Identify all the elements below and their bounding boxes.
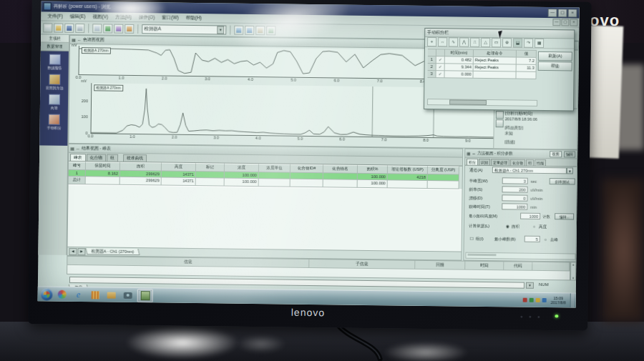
mi-tool-add-icon[interactable]: ⊕ (502, 38, 512, 47)
col-height[interactable]: 高度 (162, 162, 196, 172)
taskbar-clock[interactable]: 15:09 2017/8/8 (549, 296, 568, 305)
log-vscrollbar[interactable]: ▲ ▼ (570, 262, 576, 280)
channel-combo-arrow-icon[interactable]: ▼ (567, 167, 573, 174)
message-input-button[interactable]: ▼ (526, 282, 534, 289)
detector-select[interactable]: 检测器A ▼ (142, 24, 226, 34)
tab-integration[interactable]: 积分 (467, 159, 478, 165)
tab-compound[interactable]: 化合物 (87, 154, 107, 161)
check-icon[interactable]: ✓ (436, 71, 444, 78)
start-button[interactable] (41, 288, 53, 300)
print-icon[interactable] (75, 23, 84, 32)
tab-group[interactable]: 组 (107, 154, 118, 162)
properties-icon[interactable] (266, 26, 275, 35)
min-peaks-input[interactable]: 5 (525, 236, 540, 242)
tab-scroll-right-icon[interactable]: ▶ (77, 248, 85, 255)
menu-file[interactable]: 文件(F) (44, 13, 66, 19)
col-compound-id[interactable]: 化合物ID# (291, 164, 323, 174)
taskbar-camera-app[interactable] (121, 289, 135, 301)
log-col-subinfo[interactable]: 子信息 (309, 259, 415, 269)
taskbar-pinwheel-app[interactable] (55, 288, 69, 300)
log-col-code[interactable]: 代码 (504, 262, 532, 270)
taskbar-active-app[interactable] (137, 289, 153, 302)
tab-compound[interactable]: 化合物 (510, 159, 525, 165)
mi-hscrollbar[interactable] (427, 99, 537, 107)
mi-tool-target-icon[interactable]: ⌖ (427, 37, 436, 46)
mi-tool-valley-icon[interactable]: ⎍ (470, 38, 479, 47)
mi-tool-tangent-icon[interactable]: △ (481, 38, 490, 47)
channel-combo[interactable]: 检测器A - Ch1 270nm (492, 167, 567, 174)
tab-quantitation[interactable]: 定量处理 (491, 159, 509, 165)
tab-calibration-curve[interactable]: 校准曲线 (123, 154, 147, 162)
mi-tool-reject-icon[interactable]: ⬓ (513, 38, 522, 47)
show-desktop-button[interactable] (570, 293, 575, 308)
col-conc-unit[interactable]: 浓度单位 (259, 164, 291, 173)
help-button[interactable]: 帮助 (538, 61, 572, 71)
copy-icon[interactable] (92, 24, 102, 33)
width-input[interactable]: 3 (502, 177, 528, 184)
refresh-button[interactable]: 刷新(A) (538, 51, 572, 61)
zoom-icon[interactable] (125, 24, 134, 33)
tray-icon-yellow[interactable] (536, 298, 540, 302)
undo-icon[interactable] (234, 25, 243, 34)
drift-input[interactable]: 0 (502, 194, 527, 201)
scroll-up-icon[interactable]: ▲ (571, 262, 575, 266)
radio-off-icon[interactable]: ○ (545, 237, 547, 242)
close-button[interactable]: × (568, 9, 577, 17)
col-retention-time[interactable]: 保留时间 (86, 162, 120, 171)
new-icon[interactable] (43, 23, 52, 32)
slope-input[interactable]: 200 (502, 186, 528, 192)
maximize-button[interactable]: ▢ (558, 9, 567, 17)
col-concentration[interactable]: 浓度 (225, 164, 259, 173)
col-area-percent[interactable]: 面积% (358, 165, 388, 174)
swap-icon[interactable]: ⇔ (77, 38, 82, 42)
col-peak-no[interactable]: 峰号 (69, 162, 86, 170)
min-area-input[interactable]: 1000 (520, 213, 540, 219)
tray-icon-green[interactable] (530, 298, 534, 302)
swap-icon[interactable]: ⇔ (472, 151, 476, 155)
minimize-button[interactable]: — (548, 9, 557, 17)
taskbar-browser-app[interactable]: e (72, 288, 86, 300)
col-mark[interactable]: 标记 (196, 163, 225, 172)
reject-peak-option[interactable]: 去峰 (550, 237, 558, 243)
log-col-date[interactable]: 日期 (415, 261, 465, 270)
radio-off-icon[interactable]: ○ (533, 224, 535, 229)
calc-area-option[interactable]: 面积 (512, 224, 519, 229)
tab-performance[interactable]: 性能 (535, 159, 546, 166)
log-col-info[interactable]: 信息 (67, 257, 309, 268)
group-check-label[interactable]: 组(I) (476, 237, 484, 242)
table-icon[interactable] (114, 24, 123, 33)
method-hscrollbar[interactable] (465, 252, 575, 260)
taskbar-chart-app[interactable] (88, 289, 102, 301)
mi-tool-baseline-icon[interactable]: ∿ (449, 37, 458, 46)
sidebar-item-manual-integration[interactable]: 手动积分 (40, 114, 69, 129)
report-icon[interactable] (255, 26, 265, 35)
sidebar-item-data-report[interactable]: 数据报告 (41, 54, 69, 69)
checkbox-icon[interactable]: ☐ (470, 237, 474, 241)
tab-peak-table[interactable]: 峰表 (70, 154, 86, 161)
mi-tool-drop-icon[interactable]: ▭ (492, 38, 501, 47)
child-minimize-button[interactable]: — (552, 19, 560, 26)
mi-tool-width-icon[interactable]: ↔ (438, 37, 447, 46)
check-icon[interactable]: ✓ (436, 64, 445, 71)
menu-edit[interactable]: 编辑(E) (67, 13, 89, 19)
col-area[interactable]: 面积 (120, 162, 162, 172)
slope-test-button[interactable]: 斜率测试 (550, 178, 575, 184)
log-col-time[interactable]: 时间 (465, 262, 504, 271)
mi-tool-peak-icon[interactable]: ⋀ (459, 38, 469, 47)
sidebar-item-apply-to-method[interactable]: 应用到方法 (40, 74, 69, 89)
view-toggle-button[interactable]: 视图 (550, 151, 561, 157)
tab-identification[interactable]: 识别 (479, 159, 490, 165)
redo-icon[interactable] (245, 25, 254, 34)
menu-help[interactable]: 帮助(H) (182, 14, 205, 21)
mi-tool-grid-icon[interactable]: ▦ (535, 39, 544, 48)
calc-height-option[interactable]: 高度 (539, 224, 547, 230)
mi-row[interactable]: 3 ✓ 0.000 (427, 71, 536, 79)
edit-details-button[interactable]: 编辑... (555, 213, 574, 219)
check-icon[interactable]: ✓ (436, 56, 445, 64)
tray-icon-red[interactable] (523, 298, 527, 302)
col-compound-name[interactable]: 化合物名 (323, 164, 358, 174)
tab-scroll-left-icon[interactable]: ◀ (69, 247, 77, 254)
taskbar-folder-app[interactable] (104, 289, 119, 301)
child-maximize-button[interactable]: ▢ (561, 19, 569, 26)
col-plates[interactable]: 理论塔板数 (USP) (388, 165, 428, 174)
